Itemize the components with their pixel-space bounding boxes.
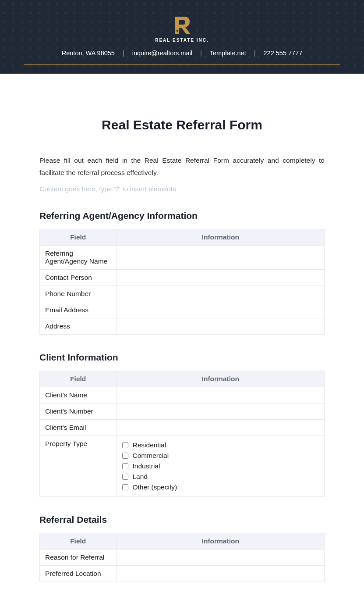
field-label: Contact Person: [40, 269, 117, 286]
field-value[interactable]: [117, 269, 325, 286]
th-info: Information: [117, 229, 325, 245]
document-body: Real Estate Referral Form Please fill ou…: [0, 74, 364, 613]
client-table: Field Information Client's Name Client's…: [39, 371, 325, 497]
table-row: Address: [40, 318, 325, 334]
company-name: REAL ESTATE INC.: [155, 38, 209, 43]
section-heading-agent: Referring Agent/Agency Information: [39, 211, 325, 221]
th-info: Information: [117, 371, 325, 387]
table-row: Contact Person: [40, 269, 325, 286]
field-label: Preferred Location: [40, 565, 117, 582]
checkbox-row: Other (specify):: [122, 482, 319, 493]
field-value[interactable]: [117, 549, 325, 565]
field-label: Phone Number: [40, 286, 117, 302]
field-label: Client's Number: [40, 403, 117, 419]
table-row: Email Address: [40, 302, 325, 318]
checkbox-land[interactable]: [122, 474, 128, 480]
checkbox-other[interactable]: [122, 484, 128, 490]
checkbox-row: Residential: [122, 440, 319, 450]
table-row: Phone Number: [40, 286, 325, 302]
svg-rect-0: [177, 30, 178, 32]
field-value[interactable]: [117, 318, 325, 334]
checkbox-row: Land: [122, 471, 319, 482]
agent-table: Field Information Referring Agent/Agency…: [39, 229, 325, 335]
checkbox-label: Land: [133, 473, 148, 481]
field-value[interactable]: [117, 286, 325, 302]
page-header: REAL ESTATE INC. Renton, WA 98055 | inqu…: [0, 0, 364, 74]
field-label: Client's Name: [40, 387, 117, 403]
field-value[interactable]: [117, 302, 325, 318]
field-value[interactable]: [117, 565, 325, 582]
th-field: Field: [40, 533, 117, 549]
table-row: Preferred Location: [40, 565, 325, 582]
field-value[interactable]: [117, 387, 325, 403]
header-website: Template.net: [210, 50, 246, 57]
field-label: Reason for Referral: [40, 549, 117, 565]
separator: |: [254, 50, 256, 57]
section-heading-referral: Referral Details: [39, 514, 325, 525]
th-field: Field: [40, 229, 117, 245]
separator: |: [123, 50, 124, 57]
checkbox-commercial[interactable]: [122, 453, 128, 459]
other-specify-input[interactable]: [185, 483, 242, 491]
field-label: Property Type: [40, 436, 117, 496]
separator: |: [200, 50, 202, 57]
section-heading-client: Client Information: [39, 352, 325, 363]
logo-icon: [170, 13, 194, 35]
table-row: Client's Email: [40, 419, 325, 436]
th-info: Information: [117, 533, 325, 549]
field-value[interactable]: [117, 419, 325, 436]
table-row: Property Type Residential Commercial Ind…: [40, 436, 325, 496]
th-field: Field: [40, 371, 117, 387]
table-row: Client's Name: [40, 387, 325, 403]
contact-line: Renton, WA 98055 | inquire@realtors.mail…: [24, 50, 340, 57]
checkbox-label: Residential: [133, 441, 166, 449]
header-email: inquire@realtors.mail: [132, 50, 192, 57]
property-type-cell: Residential Commercial Industrial Land O…: [117, 436, 325, 496]
field-label: Address: [40, 318, 117, 334]
content-placeholder[interactable]: Content goes here, type "/" to insert el…: [39, 185, 325, 193]
intro-paragraph: Please fill out each field in the Real E…: [39, 154, 325, 179]
table-row: Reason for Referral: [40, 549, 325, 565]
checkbox-industrial[interactable]: [122, 463, 128, 469]
checkbox-residential[interactable]: [122, 442, 128, 448]
checkbox-label: Other (specify):: [133, 483, 179, 491]
header-phone: 222 555 7777: [264, 50, 303, 57]
header-rule: [24, 64, 340, 65]
logo: REAL ESTATE INC.: [24, 13, 340, 43]
page-title: Real Estate Referral Form: [39, 118, 325, 132]
table-row: Referring Agent/Agency Name: [40, 245, 325, 269]
checkbox-row: Commercial: [122, 450, 319, 461]
checkbox-label: Industrial: [133, 462, 160, 470]
checkbox-row: Industrial: [122, 461, 319, 471]
field-label: Email Address: [40, 302, 117, 318]
field-value[interactable]: [117, 245, 325, 269]
field-value[interactable]: [117, 403, 325, 419]
table-row: Client's Number: [40, 403, 325, 419]
field-label: Referring Agent/Agency Name: [40, 245, 117, 269]
referral-table: Field Information Reason for Referral Pr…: [39, 533, 325, 582]
field-label: Client's Email: [40, 419, 117, 436]
checkbox-label: Commercial: [133, 452, 169, 460]
header-location: Renton, WA 98055: [62, 50, 115, 57]
